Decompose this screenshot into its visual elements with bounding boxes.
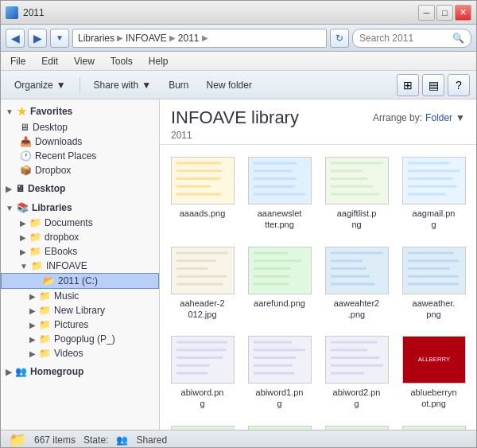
help-button[interactable]: ? bbox=[448, 74, 470, 96]
sidebar-item-dropbox-lib[interactable]: ▶ 📁 dropbox bbox=[1, 230, 159, 244]
close-button[interactable]: ✕ bbox=[455, 5, 471, 21]
downloads-icon: 📥 bbox=[20, 136, 32, 147]
svg-rect-31 bbox=[253, 251, 287, 254]
sidebar-scroll: ▼ ★ Favorites 🖥 Desktop 📥 Downloads 🕐 Re… bbox=[1, 99, 159, 386]
svg-rect-64 bbox=[330, 364, 382, 367]
file-item[interactable]: account-set tings-gmail 4a.png bbox=[398, 420, 470, 430]
svg-rect-8 bbox=[253, 169, 292, 172]
burn-button[interactable]: Burn bbox=[161, 74, 196, 96]
file-item[interactable]: aagiftlist.p ng bbox=[320, 151, 393, 236]
status-folder-icon: 📁 bbox=[9, 431, 26, 449]
file-item[interactable]: ALLBERRYablueberryn ot.png bbox=[398, 330, 470, 415]
organize-button[interactable]: Organize ▼ bbox=[7, 74, 73, 96]
arrange-chevron[interactable]: ▼ bbox=[456, 112, 465, 123]
pictures-label: Pictures bbox=[54, 319, 88, 330]
svg-rect-23 bbox=[407, 193, 445, 196]
file-item[interactable]: aaweather. png bbox=[398, 241, 470, 326]
search-box[interactable]: 🔍 bbox=[352, 29, 471, 48]
minimize-button[interactable]: ─ bbox=[418, 5, 435, 21]
dropbox-lib-icon: 📁 bbox=[29, 232, 41, 243]
breadcrumb-item[interactable]: 2011 bbox=[178, 33, 200, 44]
favorites-label: Favorites bbox=[30, 106, 72, 117]
sidebar-item-recent-places[interactable]: 🕐 Recent Places bbox=[1, 149, 159, 163]
file-item[interactable]: aaanewslet tter.png bbox=[243, 151, 316, 236]
forward-button[interactable]: ▶ bbox=[28, 29, 47, 48]
sidebar-header-homegroup[interactable]: ▶ 👥 Homegroup bbox=[1, 364, 159, 380]
svg-rect-25 bbox=[176, 251, 227, 254]
search-input[interactable] bbox=[359, 33, 449, 44]
file-item[interactable]: abiword.pn g bbox=[166, 330, 238, 415]
sidebar-item-2011[interactable]: 📂 2011 (C:) bbox=[1, 273, 159, 289]
file-item[interactable]: abiword1.pn g bbox=[243, 330, 316, 415]
menu-edit[interactable]: Edit bbox=[38, 54, 61, 68]
share-with-button[interactable]: Share with ▼ bbox=[87, 74, 159, 96]
svg-rect-47 bbox=[407, 282, 459, 285]
svg-rect-63 bbox=[330, 356, 379, 359]
arrange-by-label: Arrange by: bbox=[373, 112, 422, 123]
sidebar-item-new-library[interactable]: ▶ 📁 New Library bbox=[1, 303, 159, 317]
breadcrumb-item[interactable]: Libraries bbox=[78, 33, 114, 44]
expand-icon: ▶ bbox=[20, 247, 26, 256]
refresh-button[interactable]: ↻ bbox=[330, 29, 349, 48]
sidebar-header-desktop[interactable]: ▶ 🖥 Desktop bbox=[1, 181, 159, 197]
sidebar-item-pictures[interactable]: ▶ 📁 Pictures bbox=[1, 317, 159, 332]
new-folder-button[interactable]: New folder bbox=[200, 74, 259, 96]
svg-rect-15 bbox=[330, 177, 367, 180]
breadcrumb-item[interactable]: INFOAVE bbox=[126, 33, 167, 44]
recent-locations-button[interactable]: ▼ bbox=[50, 29, 69, 48]
recent-places-icon: 🕐 bbox=[20, 150, 32, 162]
svg-rect-16 bbox=[330, 185, 373, 188]
svg-rect-1 bbox=[176, 162, 221, 165]
file-item[interactable]: aarefund.png bbox=[243, 241, 316, 326]
toolbar-separator bbox=[80, 77, 80, 93]
expand-icon: ▶ bbox=[20, 219, 26, 228]
menu-tools[interactable]: Tools bbox=[107, 54, 136, 68]
sidebar-item-ebooks[interactable]: ▶ 📁 EBooks bbox=[1, 244, 159, 259]
file-item[interactable]: aaweahter2 .png bbox=[320, 241, 393, 326]
sidebar-item-desktop[interactable]: 🖥 Desktop bbox=[1, 120, 159, 134]
file-item[interactable]: account-set tings-gmail 1.png bbox=[166, 420, 238, 430]
arrange-by-value[interactable]: Folder bbox=[425, 112, 452, 123]
svg-rect-20 bbox=[407, 169, 459, 172]
file-item[interactable]: account-set tings-gmail 3.png bbox=[320, 420, 393, 430]
menu-help[interactable]: Help bbox=[145, 54, 172, 68]
sidebar-section-homegroup: ▶ 👥 Homegroup bbox=[1, 364, 159, 380]
sidebar-item-music[interactable]: ▶ 📁 Music bbox=[1, 289, 159, 303]
sidebar-item-dropbox[interactable]: 📦 Dropbox bbox=[1, 163, 159, 177]
desktop-folder-icon: 🖥 bbox=[15, 183, 25, 194]
back-button[interactable]: ◀ bbox=[6, 29, 25, 48]
sidebar-item-downloads[interactable]: 📥 Downloads bbox=[1, 134, 159, 149]
maximize-button[interactable]: □ bbox=[436, 5, 453, 21]
view-toggle-button[interactable]: ⊞ bbox=[397, 74, 419, 96]
sidebar-header-favorites[interactable]: ▼ ★ Favorites bbox=[1, 103, 159, 120]
state-label: State: bbox=[83, 434, 108, 446]
expand-icon: ▶ bbox=[29, 321, 36, 329]
svg-rect-45 bbox=[407, 267, 449, 270]
infoave-label: INFOAVE bbox=[46, 260, 87, 271]
homegroup-label: Homegroup bbox=[30, 366, 83, 377]
preview-pane-button[interactable]: ▤ bbox=[422, 74, 444, 96]
share-chevron: ▼ bbox=[142, 80, 151, 91]
library-info: INFOAVE library 2011 bbox=[171, 107, 299, 141]
shared-icon: 👥 bbox=[116, 434, 128, 446]
sidebar-item-documents[interactable]: ▶ 📁 Documents bbox=[1, 216, 159, 230]
file-item[interactable]: aaheader-2 012.jpg bbox=[166, 241, 238, 326]
expand-icon: ▼ bbox=[20, 262, 28, 271]
file-item[interactable]: aaaads.png bbox=[166, 151, 238, 236]
sidebar-item-pogoplug[interactable]: ▶ 📁 Pogoplug (P_) bbox=[1, 332, 159, 346]
sidebar-header-libraries[interactable]: ▼ 📚 Libraries bbox=[1, 200, 159, 216]
menu-file[interactable]: File bbox=[7, 54, 29, 68]
music-icon: 📁 bbox=[39, 290, 51, 302]
sidebar-item-infoave[interactable]: ▼ 📁 INFOAVE bbox=[1, 259, 159, 273]
file-item[interactable]: account-set tings-gmail 2.png bbox=[243, 420, 316, 430]
file-item[interactable]: abiword2.pn g bbox=[320, 330, 393, 415]
title-bar-left: 2011 bbox=[6, 6, 45, 19]
sidebar-item-videos[interactable]: ▶ 📁 Videos bbox=[1, 346, 159, 360]
file-item[interactable]: aagmail.pn g bbox=[398, 151, 470, 236]
breadcrumb[interactable]: Libraries ▶ INFOAVE ▶ 2011 ▶ bbox=[72, 29, 327, 48]
file-name: abiword2.pn g bbox=[333, 387, 381, 410]
file-name: abiword.pn g bbox=[181, 387, 224, 410]
svg-rect-65 bbox=[330, 372, 364, 375]
expand-icon: ▶ bbox=[29, 292, 36, 301]
menu-view[interactable]: View bbox=[71, 54, 98, 68]
